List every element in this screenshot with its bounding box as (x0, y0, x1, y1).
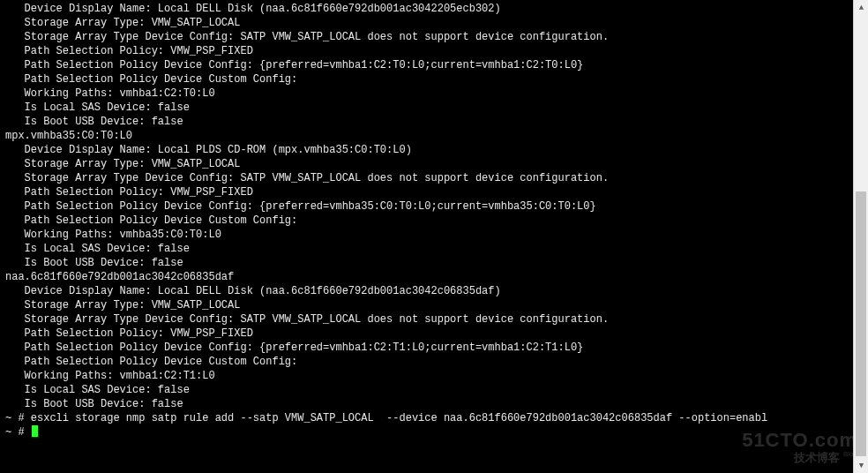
device-field: Is Local SAS Device: false (5, 242, 852, 256)
device-field: Device Display Name: Local DELL Disk (na… (5, 284, 852, 298)
device-field: Path Selection Policy Device Custom Conf… (5, 214, 852, 228)
scroll-up-button[interactable]: ▲ (854, 0, 868, 15)
device-field: Device Display Name: Local PLDS CD-ROM (… (5, 143, 852, 157)
device-field: Storage Array Type: VMW_SATP_LOCAL (5, 16, 852, 30)
device-field: Path Selection Policy Device Config: {pr… (5, 341, 852, 355)
device-field: Path Selection Policy Device Custom Conf… (5, 355, 852, 369)
device-field: Storage Array Type Device Config: SATP V… (5, 312, 852, 327)
device-field: Is Boot USB Device: false (5, 397, 852, 411)
scroll-down-button[interactable]: ▼ (854, 458, 868, 473)
device-field: Path Selection Policy Device Config: {pr… (5, 58, 852, 72)
prompt-symbol: ~ # (5, 426, 31, 439)
vertical-scrollbar[interactable]: ▲ ▼ (853, 0, 868, 473)
device-field: Storage Array Type: VMW_SATP_LOCAL (5, 298, 852, 312)
device-field: Is Local SAS Device: false (5, 101, 852, 115)
device-field: Working Paths: vmhba1:C2:T1:L0 (5, 369, 852, 383)
device-header: mpx.vmhba35:C0:T0:L0 (5, 129, 852, 143)
scroll-track[interactable] (854, 15, 868, 458)
command-text: esxcli storage nmp satp rule add --satp … (31, 412, 767, 424)
device-field: Path Selection Policy: VMW_PSP_FIXED (5, 327, 852, 341)
device-field: Storage Array Type Device Config: SATP V… (5, 30, 852, 44)
device-field: Path Selection Policy: VMW_PSP_FIXED (5, 44, 852, 58)
terminal-output[interactable]: Device Display Name: Local DELL Disk (na… (0, 0, 852, 473)
device-field: Storage Array Type: VMW_SATP_LOCAL (5, 157, 852, 171)
device-field: Working Paths: vmhba1:C2:T0:L0 (5, 86, 852, 101)
device-field: Path Selection Policy Device Config: {pr… (5, 199, 852, 214)
device-field: Storage Array Type Device Config: SATP V… (5, 171, 852, 185)
device-field: Device Display Name: Local DELL Disk (na… (5, 2, 852, 16)
device-field: Is Boot USB Device: false (5, 115, 852, 129)
prompt-line[interactable]: ~ # esxcli storage nmp satp rule add --s… (5, 411, 852, 425)
device-field: Path Selection Policy: VMW_PSP_FIXED (5, 185, 852, 199)
device-header: naa.6c81f660e792db001ac3042c06835daf (5, 270, 852, 284)
prompt-symbol: ~ # (5, 412, 31, 424)
device-field: Working Paths: vmhba35:C0:T0:L0 (5, 228, 852, 242)
prompt-line-active[interactable]: ~ # (5, 425, 852, 439)
device-field: Path Selection Policy Device Custom Conf… (5, 72, 852, 86)
device-field: Is Boot USB Device: false (5, 256, 852, 270)
device-field: Is Local SAS Device: false (5, 383, 852, 397)
scroll-thumb[interactable] (856, 191, 866, 456)
cursor-icon (32, 425, 38, 437)
